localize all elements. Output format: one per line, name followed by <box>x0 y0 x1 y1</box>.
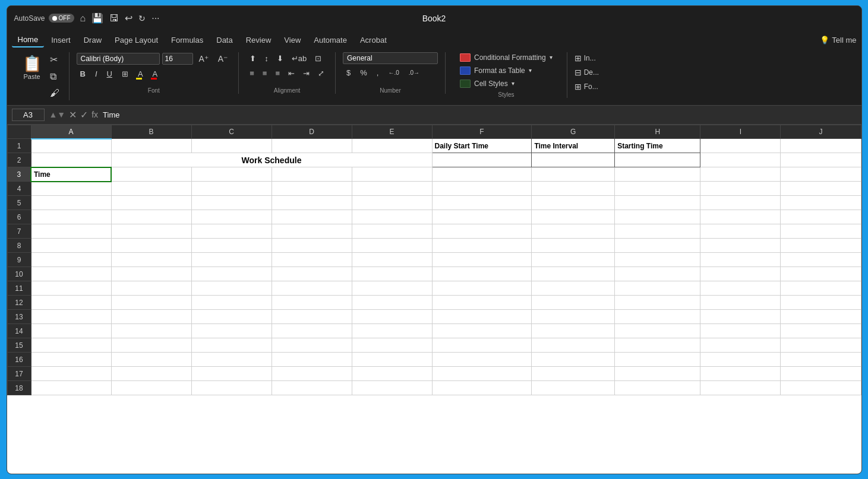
format-as-table-button[interactable]: Format as Table ▾ <box>457 65 555 76</box>
autosave-toggle[interactable]: OFF <box>49 14 74 23</box>
number-format-selector[interactable] <box>343 52 438 64</box>
cell-g1[interactable]: Time Interval <box>532 139 615 153</box>
cell-b2-e2[interactable]: Work Schedule <box>111 153 432 167</box>
undo-icon[interactable]: ↩ <box>125 12 132 24</box>
cloud-save-icon[interactable]: 🖫 <box>109 13 119 24</box>
cut-button[interactable]: ✂ <box>48 52 62 67</box>
borders-button[interactable]: ⊞ <box>118 68 132 80</box>
col-header-e[interactable]: E <box>352 125 432 139</box>
insert-button[interactable]: ⊞ In... <box>572 52 601 64</box>
increase-font-button[interactable]: A⁺ <box>195 52 212 65</box>
save-icon[interactable]: 💾 <box>91 12 103 24</box>
cell-g2[interactable] <box>532 153 615 167</box>
cell-h3[interactable] <box>615 167 700 182</box>
cell-h2[interactable] <box>615 153 700 167</box>
cell-c1[interactable] <box>191 139 272 153</box>
align-middle-button[interactable]: ↕ <box>261 52 272 65</box>
font-size-selector[interactable] <box>162 53 193 65</box>
cell-j2[interactable] <box>781 153 861 167</box>
menu-automate[interactable]: Automate <box>308 33 353 47</box>
merge-button[interactable]: ⊡ <box>311 52 325 65</box>
font-name-selector[interactable] <box>77 53 160 65</box>
cell-styles-chevron[interactable]: ▾ <box>512 80 515 87</box>
format-painter-button[interactable]: 🖌 <box>48 86 62 100</box>
menu-formulas[interactable]: Formulas <box>165 33 209 47</box>
more-icon[interactable]: ··· <box>151 13 159 24</box>
formula-input[interactable] <box>103 110 856 119</box>
cell-d1[interactable] <box>272 139 352 153</box>
col-header-f[interactable]: F <box>432 125 532 139</box>
cell-b1[interactable] <box>111 139 191 153</box>
comma-button[interactable]: , <box>373 66 383 79</box>
align-center-button[interactable]: ≡ <box>259 67 271 80</box>
menu-home[interactable]: Home <box>12 33 45 47</box>
conditional-formatting-button[interactable]: Conditional Formatting ▾ <box>457 52 555 63</box>
underline-button[interactable]: U <box>103 68 116 80</box>
col-header-h[interactable]: H <box>615 125 700 139</box>
col-header-g[interactable]: G <box>532 125 615 139</box>
align-right-button[interactable]: ≡ <box>272 67 283 80</box>
increase-decimal-button[interactable]: .0→ <box>405 68 423 78</box>
home-icon[interactable]: ⌂ <box>80 13 86 24</box>
align-top-button[interactable]: ⬆ <box>246 52 260 65</box>
menu-review[interactable]: Review <box>240 33 277 47</box>
orientation-button[interactable]: ⤢ <box>314 67 328 80</box>
formula-cancel-icon[interactable]: ✕ <box>69 109 77 120</box>
cell-c3[interactable] <box>191 167 272 182</box>
cell-a3[interactable]: Time <box>31 167 111 182</box>
menu-acrobat[interactable]: Acrobat <box>354 33 393 47</box>
format-button[interactable]: ⊞ Fo... <box>572 81 601 93</box>
currency-button[interactable]: $ <box>343 66 354 79</box>
corner-header[interactable] <box>7 125 31 139</box>
col-header-b[interactable]: B <box>111 125 191 139</box>
menu-view[interactable]: View <box>278 33 307 47</box>
decrease-decimal-button[interactable]: ←.0 <box>384 68 402 78</box>
tell-me[interactable]: 💡 Tell me <box>820 36 856 45</box>
cell-a1[interactable] <box>31 139 111 153</box>
formula-confirm-icon[interactable]: ✓ <box>80 109 88 120</box>
align-left-button[interactable]: ≡ <box>246 67 258 80</box>
fill-color-button[interactable]: A <box>134 68 147 80</box>
cell-i1[interactable] <box>700 139 781 153</box>
cell-styles-button[interactable]: Cell Styles ▾ <box>457 78 555 89</box>
indent-decrease-button[interactable]: ⇤ <box>285 67 298 80</box>
cell-reference-input[interactable] <box>12 109 45 121</box>
delete-button[interactable]: ⊟ De... <box>572 66 601 78</box>
cell-d3[interactable] <box>272 167 352 182</box>
format-as-table-chevron[interactable]: ▾ <box>529 67 532 74</box>
paste-button[interactable]: 📋 Paste <box>19 52 45 83</box>
cell-a2[interactable] <box>31 153 111 167</box>
col-header-j[interactable]: J <box>781 125 861 139</box>
cell-e3[interactable] <box>352 167 432 182</box>
formula-insert-icon[interactable]: fx <box>91 110 98 119</box>
cell-h1[interactable]: Starting Time <box>615 139 700 153</box>
font-color-button[interactable]: A <box>149 68 162 80</box>
percent-button[interactable]: % <box>356 66 371 79</box>
menu-page-layout[interactable]: Page Layout <box>109 33 164 47</box>
indent-increase-button[interactable]: ⇥ <box>299 67 313 80</box>
col-header-c[interactable]: C <box>191 125 272 139</box>
cell-g3[interactable] <box>532 167 615 182</box>
cell-i2[interactable] <box>700 153 781 167</box>
cell-f1[interactable]: Daily Start Time <box>432 139 532 153</box>
cell-f2[interactable] <box>432 153 532 167</box>
cell-j1[interactable] <box>781 139 861 153</box>
decrease-font-button[interactable]: A⁻ <box>214 52 231 65</box>
align-bottom-button[interactable]: ⬇ <box>273 52 287 65</box>
copy-button[interactable]: ⧉ <box>48 69 62 84</box>
menu-draw[interactable]: Draw <box>78 33 108 47</box>
bold-button[interactable]: B <box>77 68 89 80</box>
menu-data[interactable]: Data <box>210 33 238 47</box>
col-header-d[interactable]: D <box>272 125 352 139</box>
spreadsheet-container[interactable]: A B C D E F G H I J 1 <box>7 125 861 474</box>
menu-insert[interactable]: Insert <box>45 33 77 47</box>
cell-j3[interactable] <box>781 167 861 182</box>
cell-f3[interactable] <box>432 167 532 182</box>
col-header-a[interactable]: A <box>31 125 111 139</box>
cell-e1[interactable] <box>352 139 432 153</box>
redo-icon[interactable]: ↻ <box>138 14 146 23</box>
wrap-text-button[interactable]: ↵ab <box>288 52 310 65</box>
conditional-formatting-chevron[interactable]: ▾ <box>550 54 553 61</box>
cell-b3[interactable] <box>111 167 191 182</box>
col-header-i[interactable]: I <box>700 125 781 139</box>
